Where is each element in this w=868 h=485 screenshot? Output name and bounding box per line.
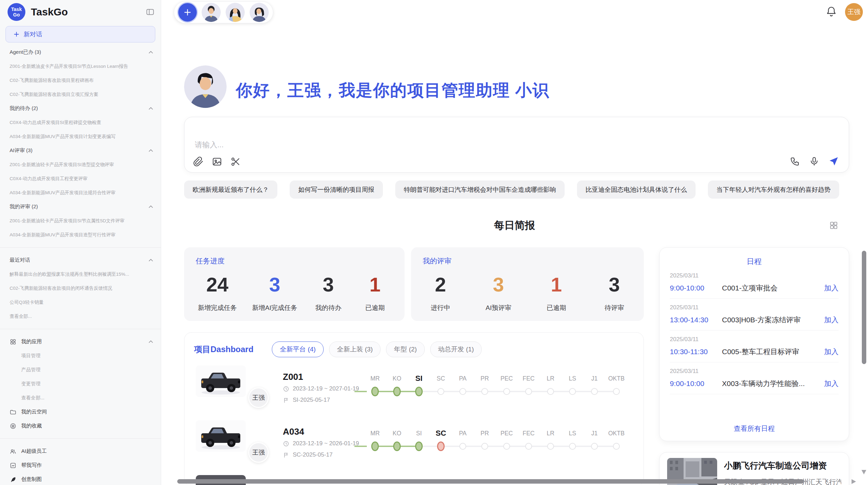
section-header-recent-chats[interactable]: 最近对话 bbox=[0, 253, 161, 267]
dashboard-tab[interactable]: 全新上装 (3) bbox=[329, 341, 381, 357]
app-item[interactable]: 项目管理 bbox=[0, 349, 161, 363]
sidebar-item[interactable]: C0X4-动力总成开发项目工程变更评审 bbox=[0, 172, 161, 186]
attachment-icon[interactable] bbox=[193, 157, 204, 167]
image-upload-icon[interactable] bbox=[212, 157, 222, 167]
section-header-agent-done[interactable]: Agent已办 (3) bbox=[0, 45, 161, 59]
section-header-my-todo[interactable]: 我的待办 (2) bbox=[0, 101, 161, 115]
stat-label: 新增完成任务 bbox=[198, 303, 237, 312]
recent-chat-item[interactable]: 解释最新出台的欧盟报废车法规再生塑料比例被调至15%... bbox=[0, 267, 161, 281]
new-chat-button[interactable]: 新对话 bbox=[5, 26, 155, 42]
send-icon[interactable] bbox=[828, 156, 839, 167]
section-header-ai-review[interactable]: AI评审 (3) bbox=[0, 144, 161, 158]
my-apps-header[interactable]: 我的应用 bbox=[0, 335, 161, 349]
join-link[interactable]: 加入 bbox=[824, 283, 839, 293]
dashboard-title: 项目Dashboard bbox=[194, 344, 253, 355]
notification-bell-icon[interactable] bbox=[825, 5, 837, 17]
creative-draw-label: 创意制图 bbox=[21, 476, 42, 483]
sidebar-item-favorites[interactable]: 我的收藏 bbox=[0, 419, 161, 433]
project-dates: 2023-12-19 ~ 2027-01-19 bbox=[293, 385, 359, 392]
phone-icon[interactable] bbox=[790, 156, 800, 166]
recent-chat-item[interactable]: 公司Q3轻卡销量 bbox=[0, 295, 161, 309]
sidebar-item[interactable]: C0X4-动力总成开发项目SI里程碑提交物检查 bbox=[0, 115, 161, 129]
schedule-event: 2025/03/11 10:30-11:30 C005-整车工程目标评审 加入 bbox=[670, 331, 839, 362]
dashboard-tab[interactable]: 全新平台 (4) bbox=[272, 341, 324, 357]
recent-chat-item[interactable]: C02-飞腾新能源轻客改款项目的闭环通告反馈情况 bbox=[0, 281, 161, 295]
avatar[interactable] bbox=[226, 3, 245, 22]
collapse-sidebar-icon[interactable] bbox=[146, 8, 155, 16]
chevron-up-icon bbox=[148, 107, 153, 110]
app-title: TaskGo bbox=[31, 6, 146, 18]
event-date: 2025/03/11 bbox=[670, 368, 839, 375]
event-date: 2025/03/11 bbox=[670, 304, 839, 311]
section-label: AI评审 (3) bbox=[10, 147, 33, 154]
scroll-right-arrow[interactable] bbox=[852, 479, 856, 484]
stat-label: 我的待办 bbox=[313, 303, 344, 312]
event-time: 13:00-14:30 bbox=[670, 316, 722, 324]
avatar[interactable] bbox=[202, 3, 221, 22]
event-name: C005-整车工程目标评审 bbox=[722, 347, 824, 357]
join-link[interactable]: 加入 bbox=[824, 379, 839, 388]
chat-input[interactable]: 请输入... bbox=[184, 117, 849, 173]
milestone-dot bbox=[437, 388, 444, 395]
milestone-dot bbox=[569, 388, 576, 395]
event-time: 9:00-10:00 bbox=[670, 380, 722, 388]
event-date: 2025/03/11 bbox=[670, 336, 839, 343]
stat-value: 3 bbox=[599, 274, 630, 295]
suggestion-chip[interactable]: 如何写一份清晰的项目周报 bbox=[290, 181, 383, 199]
schedule-event: 2025/03/11 13:00-14:30 C003|H0B-方案冻结评审 加… bbox=[670, 299, 839, 331]
project-row[interactable]: 王强 A034 2023-12-19 ~ 2026-01-19 SC-2025-… bbox=[184, 417, 643, 472]
scissors-icon[interactable] bbox=[230, 157, 241, 167]
dashboard-tab[interactable]: 年型 (2) bbox=[386, 341, 425, 357]
sidebar-item[interactable]: C02-飞腾新能源轻客改款项目里程碑画布 bbox=[0, 73, 161, 87]
scroll-down-arrow[interactable] bbox=[861, 470, 866, 474]
sidebar-item[interactable]: A034-全新新能源MUV产品开发项目计划变更表编写 bbox=[0, 129, 161, 144]
layout-grid-icon[interactable] bbox=[829, 221, 839, 230]
avatar[interactable] bbox=[250, 3, 269, 22]
add-conversation-button[interactable] bbox=[178, 3, 197, 22]
my-apps-label: 我的应用 bbox=[21, 338, 42, 345]
stat-value: 24 bbox=[198, 274, 237, 295]
suggestion-chips: 欧洲新规最近颁布了什么？ 如何写一份清晰的项目周报 特朗普可能对进口汽车增税会对… bbox=[184, 181, 853, 199]
sidebar-item[interactable]: A034-全新新能源MUV产品开发项目造型可行性评审 bbox=[0, 228, 161, 242]
app-item[interactable]: 产品管理 bbox=[0, 363, 161, 377]
stat: 3 新增AI完成任务 bbox=[252, 274, 297, 312]
vertical-scrollbar[interactable] bbox=[862, 251, 866, 364]
user-avatar[interactable]: 王强 bbox=[845, 3, 863, 21]
join-link[interactable]: 加入 bbox=[824, 315, 839, 325]
sidebar-item-write-helper[interactable]: 帮我写作 bbox=[0, 458, 161, 472]
sidebar-item[interactable]: Z001-全新燃油轻卡产品开发项目SI造型提交物评审 bbox=[0, 158, 161, 172]
suggestion-chip[interactable]: 当下年轻人对汽车外观有怎样的喜好趋势 bbox=[708, 181, 839, 199]
sidebar-item[interactable]: A034-全新新能源MUV产品开发项目法规符合性评审 bbox=[0, 186, 161, 200]
suggestion-chip[interactable]: 欧洲新规最近颁布了什么？ bbox=[184, 181, 277, 199]
event-name: C001-立项审批会 bbox=[722, 283, 824, 293]
divider bbox=[0, 329, 161, 329]
view-all-schedule-link[interactable]: 查看所有日程 bbox=[660, 424, 849, 433]
star-badge-icon bbox=[10, 423, 16, 430]
sidebar-item-creative-draw[interactable]: 创意制图 bbox=[0, 472, 161, 485]
suggestion-chip[interactable]: 比亚迪全固态电池计划具体说了什么 bbox=[577, 181, 696, 199]
app-item[interactable]: 变更管理 bbox=[0, 377, 161, 391]
stat: 1 已逾期 bbox=[359, 274, 391, 312]
event-date: 2025/03/11 bbox=[670, 272, 839, 279]
recent-chat-item[interactable]: 查看全部... bbox=[0, 309, 161, 323]
app-item[interactable]: 查看全部... bbox=[0, 391, 161, 405]
chevron-up-icon bbox=[148, 259, 153, 262]
join-link[interactable]: 加入 bbox=[824, 347, 839, 357]
section-header-my-review[interactable]: 我的评审 (2) bbox=[0, 200, 161, 214]
card-title: 任务进度 bbox=[196, 256, 393, 266]
sidebar-item-cloud[interactable]: 我的云空间 bbox=[0, 405, 161, 419]
milestone-dot bbox=[415, 442, 423, 451]
sidebar-item[interactable]: Z001-全新燃油轻卡产品开发项目SI节点属性5D文件评审 bbox=[0, 214, 161, 228]
conversation-switcher bbox=[174, 1, 273, 23]
microphone-icon[interactable] bbox=[809, 156, 819, 166]
project-row[interactable]: 王强 Z001 2023-12-19 ~ 2027-01-19 SI-2025-… bbox=[184, 362, 643, 417]
milestone-label: OKTB bbox=[602, 374, 631, 383]
milestone-dot bbox=[415, 387, 423, 396]
sidebar-item-ai-staff[interactable]: AI超级员工 bbox=[0, 444, 161, 458]
dashboard-tab[interactable]: 动总开发 (1) bbox=[430, 341, 482, 357]
suggestion-chip[interactable]: 特朗普可能对进口汽车增税会对中国车企造成哪些影响 bbox=[395, 181, 565, 199]
sidebar-item[interactable]: C02-飞腾新能源轻客改款项目立项汇报方案 bbox=[0, 87, 161, 101]
sidebar-item[interactable]: Z001-全新燃油皮卡产品开发项目SI节点Lesson Learn报告 bbox=[0, 59, 161, 73]
horizontal-scrollbar[interactable] bbox=[177, 479, 804, 484]
chevron-up-icon bbox=[148, 205, 153, 208]
